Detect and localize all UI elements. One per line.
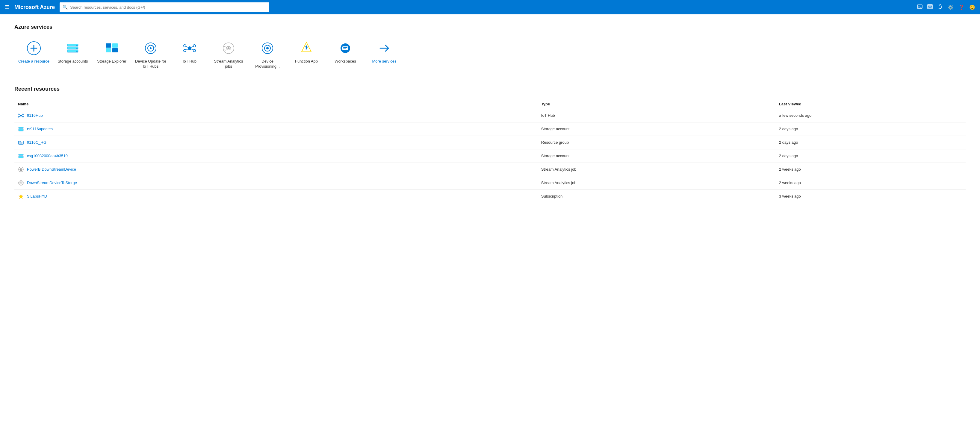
resource-type-csg10032000: Storage account bbox=[538, 149, 775, 162]
svg-line-30 bbox=[191, 49, 193, 50]
table-body: 9116Hub IoT Hub a few seconds ago rs9116… bbox=[14, 109, 966, 203]
device-update-icon bbox=[142, 40, 159, 57]
service-more-services[interactable]: More services bbox=[365, 37, 404, 67]
more-services-label: More services bbox=[372, 59, 396, 64]
main-content: Azure services Create a resource bbox=[0, 14, 980, 426]
service-workspaces[interactable]: Workspaces bbox=[326, 37, 365, 67]
table-row: DownStreamDeviceToStorge Stream Analytic… bbox=[14, 176, 966, 189]
table-header: Name Type Last Viewed bbox=[14, 99, 966, 109]
svg-point-11 bbox=[76, 45, 78, 46]
column-type: Type bbox=[538, 99, 775, 109]
svg-rect-37 bbox=[343, 47, 347, 48]
service-storage-explorer[interactable]: Storage Explorer bbox=[92, 37, 131, 67]
function-app-label: Function App bbox=[295, 59, 318, 64]
resource-link-rs9116updates[interactable]: rs9116updates bbox=[27, 127, 53, 131]
resource-last-viewed-downstream-device: 2 weeks ago bbox=[775, 176, 966, 189]
more-services-icon bbox=[376, 40, 393, 57]
resource-name-cell-downstream-device: DownStreamDeviceToStorge bbox=[14, 176, 538, 189]
resource-name-cell-9116hub: 9116Hub bbox=[14, 109, 538, 122]
account-icon[interactable]: 😊 bbox=[969, 5, 975, 10]
service-create-resource[interactable]: Create a resource bbox=[14, 37, 53, 67]
header-actions: ⚙️ ❓ 😊 bbox=[917, 4, 975, 11]
svg-marker-63 bbox=[19, 194, 23, 199]
subscription-icon bbox=[18, 193, 24, 199]
device-update-label: Device Update for IoT Hubs bbox=[134, 59, 168, 69]
workspaces-label: Workspaces bbox=[334, 59, 356, 64]
app-title: Microsoft Azure bbox=[14, 4, 55, 11]
service-device-provisioning[interactable]: Device Provisioning... bbox=[248, 37, 287, 72]
svg-rect-55 bbox=[19, 156, 23, 157]
stream-analytics-label: Stream Analytics jobs bbox=[212, 59, 246, 69]
search-icon: 🔍 bbox=[63, 5, 68, 10]
svg-point-62 bbox=[21, 182, 22, 183]
help-icon[interactable]: ❓ bbox=[958, 5, 964, 10]
iot-hub-label: IoT Hub bbox=[183, 59, 196, 64]
resource-type-9116c-rg: Resource group bbox=[538, 136, 775, 149]
resource-name-cell-csg10032000: csg10032000aa4b3519 bbox=[14, 149, 538, 162]
app-header: ☰ Microsoft Azure 🔍 ⚙️ ❓ bbox=[0, 0, 980, 14]
hamburger-menu[interactable]: ☰ bbox=[5, 4, 10, 11]
create-resource-icon bbox=[25, 40, 42, 57]
search-bar: 🔍 bbox=[60, 2, 269, 12]
search-input[interactable] bbox=[70, 5, 266, 10]
storage-accounts-label: Storage accounts bbox=[57, 59, 88, 64]
svg-rect-0 bbox=[917, 5, 922, 8]
svg-rect-56 bbox=[19, 157, 23, 158]
svg-rect-49 bbox=[19, 127, 23, 129]
svg-point-24 bbox=[193, 45, 196, 47]
service-function-app[interactable]: Function App bbox=[287, 37, 326, 67]
service-iot-hub[interactable]: IoT Hub bbox=[170, 37, 209, 67]
svg-rect-16 bbox=[112, 43, 118, 48]
column-last-viewed: Last Viewed bbox=[775, 99, 966, 109]
svg-point-41 bbox=[18, 114, 19, 115]
resource-name-cell-powerbi-downstream: PowerBIDownStreamDevice bbox=[14, 162, 538, 176]
settings-icon[interactable]: ⚙️ bbox=[948, 5, 954, 10]
resource-link-powerbi-downstream[interactable]: PowerBIDownStreamDevice bbox=[27, 167, 76, 172]
svg-line-28 bbox=[191, 46, 193, 48]
storage-small-icon bbox=[18, 126, 24, 132]
services-grid: Create a resource Storage accounts bbox=[14, 37, 966, 72]
directory-icon[interactable] bbox=[927, 4, 933, 11]
service-stream-analytics[interactable]: Stream Analytics jobs bbox=[209, 37, 248, 72]
svg-rect-15 bbox=[106, 48, 111, 52]
resource-link-9116hub[interactable]: 9116Hub bbox=[27, 113, 43, 118]
svg-point-26 bbox=[193, 49, 196, 52]
svg-rect-14 bbox=[106, 43, 111, 48]
svg-point-23 bbox=[184, 45, 186, 47]
storage-small-icon bbox=[18, 153, 24, 159]
service-storage-accounts[interactable]: Storage accounts bbox=[53, 37, 92, 67]
azure-services-title: Azure services bbox=[14, 24, 966, 30]
table-row: rs9116updates Storage account 2 days ago bbox=[14, 122, 966, 136]
svg-point-42 bbox=[22, 114, 24, 115]
resource-last-viewed-powerbi-downstream: 2 weeks ago bbox=[775, 162, 966, 176]
stream-small-icon bbox=[18, 180, 24, 186]
svg-point-21 bbox=[150, 47, 151, 49]
resource-last-viewed-csg10032000: 2 days ago bbox=[775, 149, 966, 162]
resource-link-silabshyd[interactable]: SiLabsHYD bbox=[27, 194, 47, 199]
storage-accounts-icon bbox=[64, 40, 81, 57]
svg-point-44 bbox=[22, 116, 24, 118]
service-device-update[interactable]: Device Update for IoT Hubs bbox=[131, 37, 170, 72]
storage-explorer-label: Storage Explorer bbox=[97, 59, 126, 64]
svg-line-46 bbox=[22, 114, 22, 115]
cloud-shell-icon[interactable] bbox=[917, 4, 923, 11]
svg-point-33 bbox=[266, 47, 269, 49]
resource-type-silabshyd: Subscription bbox=[538, 189, 775, 203]
resource-link-downstream-device[interactable]: DownStreamDeviceToStorge bbox=[27, 181, 77, 185]
resource-last-viewed-9116c-rg: 2 days ago bbox=[775, 136, 966, 149]
svg-point-12 bbox=[76, 48, 78, 49]
workspaces-icon bbox=[337, 40, 354, 57]
notifications-icon[interactable] bbox=[937, 4, 943, 11]
resource-link-csg10032000[interactable]: csg10032000aa4b3519 bbox=[27, 154, 68, 158]
resource-type-rs9116updates: Storage account bbox=[538, 122, 775, 136]
resource-type-9116hub: IoT Hub bbox=[538, 109, 775, 122]
svg-rect-50 bbox=[19, 129, 23, 130]
create-resource-label: Create a resource bbox=[18, 59, 49, 64]
table-row: 9116C_RG Resource group 2 days ago bbox=[14, 136, 966, 149]
svg-rect-4 bbox=[929, 6, 931, 8]
svg-point-59 bbox=[21, 169, 22, 170]
resource-type-downstream-device: Stream Analytics job bbox=[538, 176, 775, 189]
iot-hub-icon bbox=[181, 40, 198, 57]
resource-name-cell-rs9116updates: rs9116updates bbox=[14, 122, 538, 136]
resource-link-9116c-rg[interactable]: 9116C_RG bbox=[27, 140, 46, 145]
